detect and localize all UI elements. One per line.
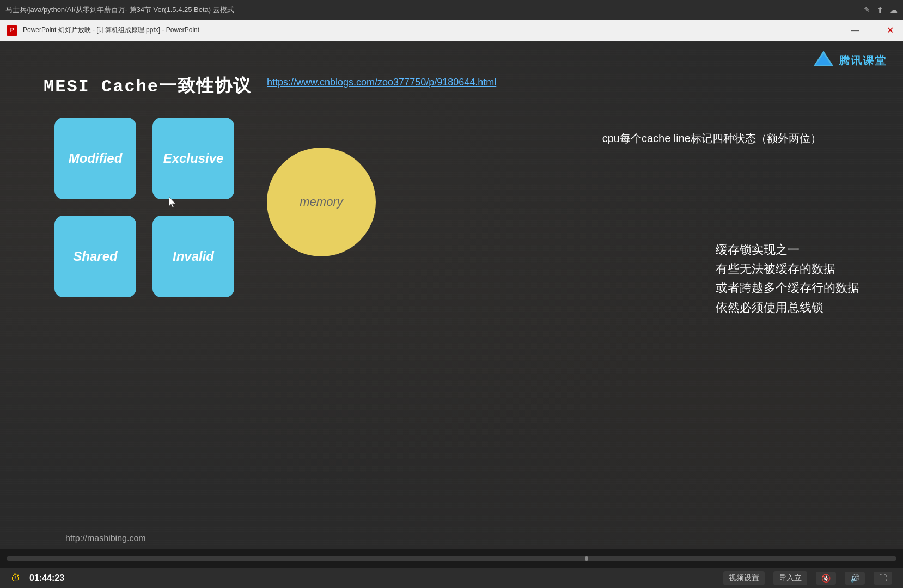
window-controls: — □ ✕	[849, 24, 896, 37]
exclusive-label: Exclusive	[163, 151, 224, 166]
exclusive-box: Exclusive	[152, 118, 234, 199]
shared-label: Shared	[73, 249, 117, 264]
invalid-label: Invalid	[173, 249, 214, 264]
modified-box: Modified	[54, 118, 136, 199]
restore-button[interactable]: □	[866, 24, 879, 37]
bottom-controls: 视频设置 导入立 🔇 🔊 ⛶	[723, 571, 892, 585]
progress-bar[interactable]	[7, 556, 896, 561]
bottom-controls-bar: ⏱ 01:44:23 视频设置 导入立 🔇 🔊 ⛶	[0, 568, 903, 588]
app-bar: P PowerPoint 幻灯片放映 - [计算机组成原理.pptx] - Po…	[0, 20, 903, 41]
tencent-logo: 腾讯课堂	[813, 50, 887, 71]
slide-title: MESI Cache一致性协议	[44, 74, 252, 98]
import-button[interactable]: 导入立	[773, 571, 807, 585]
share-icon[interactable]: ⬆	[877, 5, 883, 14]
time-icon: ⏱	[11, 573, 21, 584]
title-bar-text: 马士兵/java/python/AI/从零到年薪百万- 第34节 Ver(1.5…	[5, 5, 864, 15]
slide-link[interactable]: https://www.cnblogs.com/zoo377750/p/9180…	[267, 77, 496, 88]
video-settings-button[interactable]: 视频设置	[723, 571, 765, 585]
cache-description: 缓存锁实现之一 有些无法被缓存的数据 或者跨越多个缓存行的数据 依然必须使用总线…	[716, 240, 859, 317]
fullscreen-button[interactable]: ⛶	[874, 572, 892, 585]
bottom-bar	[0, 549, 903, 568]
cache-desc-line-1: 缓存锁实现之一	[716, 240, 859, 259]
close-button[interactable]: ✕	[883, 24, 896, 37]
cloud-icon[interactable]: ☁	[890, 5, 898, 14]
title-bar: 马士兵/java/python/AI/从零到年薪百万- 第34节 Ver(1.5…	[0, 0, 903, 20]
footer-url: http://mashibing.com	[65, 534, 146, 543]
app-logo: P	[7, 25, 17, 36]
slide-content: 腾讯课堂 MESI Cache一致性协议 https://www.cnblogs…	[0, 41, 903, 549]
cpu-description: cpu每个cache line标记四种状态（额外两位）	[602, 131, 821, 146]
app-title: PowerPoint 幻灯片放映 - [计算机组成原理.pptx] - Powe…	[23, 26, 843, 35]
title-bar-actions: ✎ ⬆ ☁	[864, 5, 898, 14]
cache-desc-line-2: 有些无法被缓存的数据	[716, 259, 859, 278]
memory-circle: memory	[267, 148, 376, 256]
tencent-icon	[813, 50, 834, 71]
memory-label: memory	[300, 195, 343, 209]
modified-label: Modified	[69, 151, 123, 166]
cache-desc-line-4: 依然必须使用总线锁	[716, 298, 859, 317]
edit-icon[interactable]: ✎	[864, 5, 870, 14]
invalid-box: Invalid	[152, 216, 234, 297]
shared-box: Shared	[54, 216, 136, 297]
tencent-text: 腾讯课堂	[839, 53, 887, 68]
minimize-button[interactable]: —	[849, 24, 862, 37]
cache-desc-line-3: 或者跨越多个缓存行的数据	[716, 278, 859, 297]
mesi-grid: Modified Exclusive Shared Invalid	[54, 118, 234, 297]
mute-button[interactable]: 🔇	[816, 572, 836, 585]
progress-thumb[interactable]	[585, 556, 588, 561]
time-display: 01:44:23	[29, 573, 64, 583]
volume-button[interactable]: 🔊	[845, 572, 865, 585]
